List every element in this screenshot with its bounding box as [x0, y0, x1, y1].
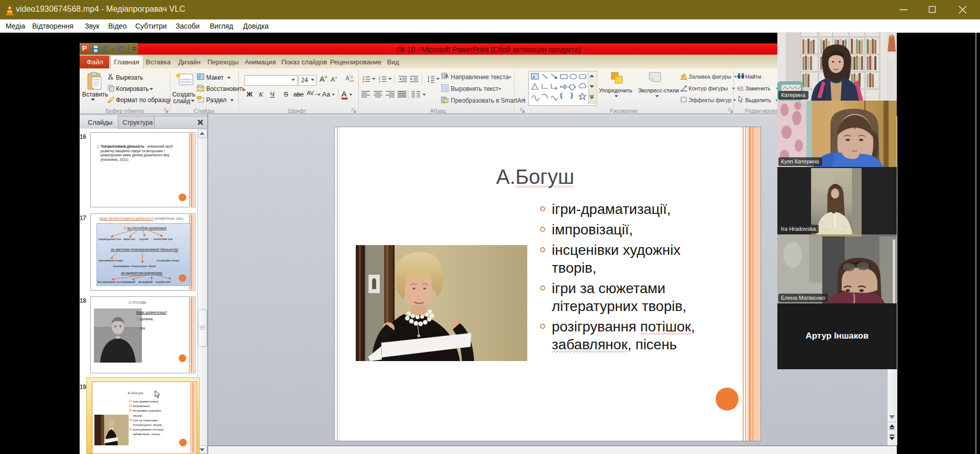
svg-text:парні ігри: парні ігри [123, 237, 135, 241]
svg-text:за змістом театралізованої дія: за змістом театралізованої діяльності [110, 248, 179, 252]
svg-text:без матеріала: без матеріала [97, 280, 115, 283]
svg-text:за способом організації: за способом організації [127, 226, 167, 230]
svg-text:костюмований: костюмований [117, 280, 135, 283]
svg-text:інтонаційні етюди: інтонаційні етюди [157, 259, 179, 262]
svg-text:інсценування літературних твор: інсценування літературних творів [113, 265, 156, 268]
svg-text:колективні ігри: колективні ігри [154, 237, 173, 241]
svg-text:b: b [741, 85, 743, 90]
svg-text:3: 3 [379, 80, 380, 83]
svg-text:за наявністю матеріалу: за наявністю матеріалу [120, 271, 163, 275]
svg-text:індивідуальні ігри: індивідуальні ігри [99, 237, 121, 241]
svg-text:a: a [737, 85, 740, 90]
svg-text:групові: групові [139, 237, 149, 241]
svg-text:A: A [532, 75, 535, 79]
svg-text:A: A [346, 75, 350, 81]
svg-text:A: A [445, 74, 449, 79]
svg-text:атрибутний: атрибутний [156, 280, 170, 283]
svg-text:пантомімічні етюди: пантомімічні етюди [99, 259, 123, 262]
svg-text:імітаційний: імітаційний [138, 280, 153, 283]
